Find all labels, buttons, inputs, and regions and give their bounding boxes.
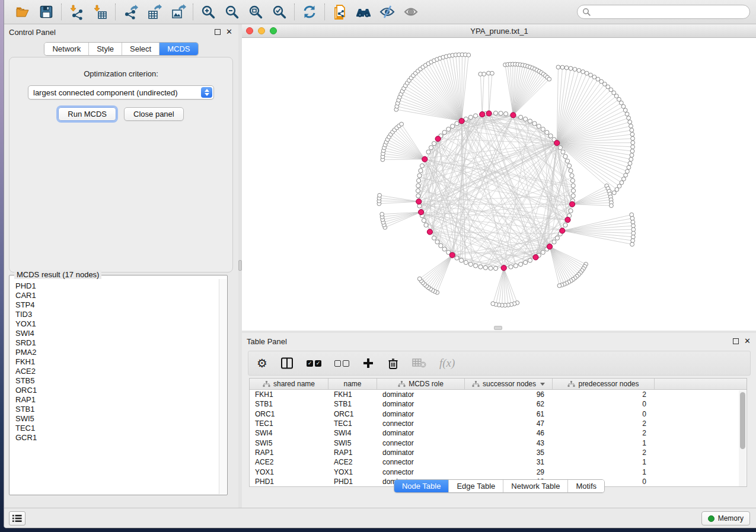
zoom-in-button[interactable] <box>200 4 216 20</box>
tab-select[interactable]: Select <box>122 43 160 55</box>
new-network-from-selection-button[interactable] <box>331 4 348 20</box>
memory-button[interactable]: Memory <box>701 511 750 525</box>
mcds-result-item[interactable]: STP4 <box>15 300 219 310</box>
tab-mcds[interactable]: MCDS <box>160 43 197 55</box>
mcds-result-item[interactable]: PHD1 <box>15 281 219 291</box>
tab-motifs[interactable]: Motifs <box>568 480 604 492</box>
mcds-result-list[interactable]: PHD1CAR1STP4TID3YOX1SWI4SRD1PMA2FKH1ACE2… <box>10 279 219 494</box>
column-header-shared-name[interactable]: shared name <box>250 379 328 389</box>
mcds-result-item[interactable]: ORC1 <box>15 386 219 395</box>
mcds-result-item[interactable]: TID3 <box>15 310 219 319</box>
table-scrollbar-thumb[interactable] <box>740 392 745 449</box>
import-table-icon <box>92 4 109 20</box>
table-cell: connector <box>377 468 465 476</box>
mcds-result-item[interactable]: FKH1 <box>15 357 219 367</box>
mcds-result-item[interactable]: SWI5 <box>15 414 219 424</box>
mcds-result-item[interactable]: RAP1 <box>15 395 219 405</box>
export-table-button[interactable] <box>146 4 162 20</box>
zoom-fit-icon <box>248 4 264 20</box>
table-row[interactable]: SWI5SWI5connector431 <box>250 438 747 447</box>
window-minimize-icon[interactable] <box>258 27 265 34</box>
search-input[interactable] <box>594 8 745 16</box>
tab-style[interactable]: Style <box>89 43 122 55</box>
mcds-result-item[interactable]: STB5 <box>15 376 219 386</box>
column-header-predecessor-nodes[interactable]: predecessor nodes <box>553 379 655 389</box>
network-canvas[interactable] <box>242 38 756 331</box>
network-window-titlebar[interactable]: YPA_prune.txt_1 <box>242 24 756 38</box>
export-image-button[interactable] <box>170 4 186 20</box>
delete-column-button[interactable] <box>387 354 399 372</box>
table-row[interactable]: ORC1ORC1dominator610 <box>250 409 747 419</box>
tab-node-table[interactable]: Node Table <box>394 480 449 492</box>
select-all-button[interactable]: ✓✓ <box>307 354 321 372</box>
close-panel-button[interactable]: Close panel <box>124 107 184 121</box>
column-header-name[interactable]: name <box>328 379 377 389</box>
table-options-button[interactable]: ⚙ <box>257 354 267 372</box>
open-file-button[interactable] <box>14 4 31 20</box>
refresh-layout-button[interactable] <box>301 4 318 20</box>
table-scrollbar[interactable] <box>739 390 746 486</box>
float-table-panel-icon[interactable] <box>733 338 739 344</box>
mcds-result-item[interactable]: STB1 <box>15 405 219 414</box>
table-cell: 1 <box>553 458 655 466</box>
mcds-result-item[interactable]: ACE2 <box>15 367 219 376</box>
mcds-result-item[interactable]: GCR1 <box>15 433 219 443</box>
table-cell: 2 <box>553 448 655 457</box>
table-cell: 62 <box>465 400 553 408</box>
deselect-all-button[interactable] <box>334 354 349 372</box>
table-cell: RAP1 <box>328 448 377 457</box>
delete-table-button[interactable] <box>412 354 426 372</box>
column-header-filler[interactable] <box>655 379 739 389</box>
mcds-result-item[interactable]: CAR1 <box>15 291 219 300</box>
column-layout-button[interactable] <box>280 354 294 372</box>
column-header-successor-nodes[interactable]: successor nodes <box>465 379 553 389</box>
show-details-button[interactable] <box>403 4 419 20</box>
column-header-MCDS-role[interactable]: MCDS role <box>377 379 465 389</box>
canvas-grip[interactable] <box>494 326 502 330</box>
network-graph <box>242 38 756 331</box>
table-header-row[interactable]: shared namenameMCDS rolesuccessor nodesp… <box>250 379 747 390</box>
import-table-button[interactable] <box>92 4 109 20</box>
table-row[interactable]: RAP1RAP1dominator352 <box>250 448 747 457</box>
close-table-panel-icon[interactable]: ✕ <box>744 338 751 344</box>
float-panel-icon[interactable] <box>215 29 221 35</box>
mcds-result-item[interactable]: YOX1 <box>15 319 219 329</box>
zoom-fit-button[interactable] <box>247 4 264 20</box>
zoom-selected-button[interactable] <box>271 4 288 20</box>
run-mcds-button[interactable]: Run MCDS <box>58 107 116 121</box>
status-bar: Memory <box>4 508 756 528</box>
add-column-button[interactable] <box>362 354 374 372</box>
window-maximize-icon[interactable] <box>270 27 277 34</box>
task-history-button[interactable] <box>9 511 25 525</box>
table-row[interactable]: FKH1FKH1dominator962 <box>250 390 747 399</box>
mcds-result-item[interactable]: PMA2 <box>15 348 219 357</box>
mcds-result-item[interactable]: TEC1 <box>15 424 219 433</box>
table-cell: dominator <box>377 448 465 457</box>
zoom-out-button[interactable] <box>224 4 240 20</box>
search-box[interactable] <box>577 5 750 19</box>
find-neighbors-button[interactable] <box>355 4 372 20</box>
close-panel-icon[interactable]: ✕ <box>226 29 232 35</box>
mcds-result-item[interactable]: SRD1 <box>15 338 219 348</box>
table-body: FKH1FKH1dominator962STB1STB1dominator620… <box>250 390 747 486</box>
control-panel-title: Control Panel <box>9 28 56 37</box>
mcds-result-item[interactable]: SWI4 <box>15 329 219 338</box>
tab-network-table[interactable]: Network Table <box>503 480 568 492</box>
tab-edge-table[interactable]: Edge Table <box>449 480 503 492</box>
table-cell: 46 <box>465 429 553 437</box>
import-network-button[interactable] <box>68 4 85 20</box>
table-row[interactable]: TEC1TEC1connector472 <box>250 419 747 428</box>
save-session-button[interactable] <box>38 4 55 20</box>
mcds-list-scrollbar[interactable] <box>219 279 227 494</box>
table-row[interactable]: ACE2ACE2connector311 <box>250 457 747 467</box>
tab-network[interactable]: Network <box>44 43 89 55</box>
function-builder-button[interactable]: f(x) <box>439 354 455 372</box>
table-cell: SWI4 <box>250 429 328 437</box>
table-row[interactable]: YOX1YOX1connector291 <box>250 467 747 476</box>
hide-details-button[interactable] <box>379 4 395 20</box>
window-close-icon[interactable] <box>246 27 253 34</box>
optimization-criterion-select[interactable]: largest connected component (undirected) <box>28 85 214 100</box>
table-row[interactable]: STB1STB1dominator620 <box>250 399 747 409</box>
export-network-button[interactable] <box>122 4 139 20</box>
table-row[interactable]: SWI4SWI4dominator462 <box>250 428 747 438</box>
